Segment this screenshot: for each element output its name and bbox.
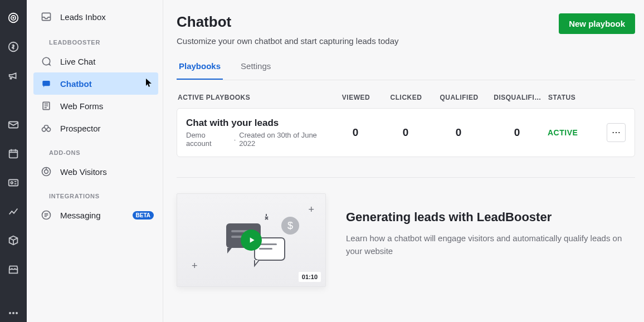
rail-item-campaign[interactable] [2,65,25,87]
main-content: Chatbot Customize your own chatbot and s… [163,0,644,322]
rail-item-target[interactable] [2,7,25,29]
tab-settings[interactable]: Settings [238,61,273,80]
app-rail [0,0,27,322]
plus-icon: + [192,260,198,272]
row-meta-separator: · [234,135,236,144]
sidebar-heading-addons: ADD-ONS [27,139,163,160]
sidebar-heading-leadbooster: LEADBOOSTER [27,28,163,50]
rail-item-deals[interactable] [2,36,25,58]
row-meta-created: Created on 30th of June 2022 [239,131,330,148]
svg-point-14 [45,170,48,174]
binoculars-icon [40,123,52,134]
radar-icon [40,166,52,177]
sidebar-item-messaging[interactable]: Messaging BETA [27,204,163,226]
row-disqualified: 0 [486,126,548,139]
sidebar-item-label: Messaging [60,211,101,220]
svg-point-2 [13,17,14,18]
row-viewed: 0 [330,126,380,139]
promo-text: Learn how a chatbot will engage visitors… [346,232,630,257]
sidebar-item-label: Chatbot [60,79,92,89]
page-subtitle: Customize your own chatbot and start cap… [177,36,399,46]
sidebar-item-label: Prospector [60,124,101,133]
plus-icon: + [308,204,314,216]
sidebar-item-label: Web Visitors [60,167,107,177]
sidebar-heading-integrations: INTEGRATIONS [27,183,163,204]
sidebar-item-live-chat[interactable]: Live Chat [27,50,163,72]
video-duration: 01:10 [299,272,321,282]
rail-item-mail[interactable] [2,114,25,136]
rail-more-icon[interactable] [9,312,18,322]
chat-bubble-icon [40,56,52,67]
th-status: STATUS [548,94,598,101]
svg-point-16 [613,132,614,133]
tabs: Playbooks Settings [177,61,635,80]
svg-rect-23 [259,243,277,245]
th-clicked: CLICKED [381,94,431,101]
promo-video-thumbnail[interactable]: $ + + 01:10 [177,193,326,287]
message-icon [40,209,52,221]
row-status: ACTIVE [548,128,598,137]
sidebar-item-prospector[interactable]: Prospector [27,117,163,139]
tab-playbooks[interactable]: Playbooks [177,61,223,80]
promo-title: Generating leads with LeadBooster [346,210,630,225]
table-header: ACTIVE PLAYBOOKS VIEWED CLICKED QUALIFIE… [177,80,635,108]
rail-item-insights[interactable] [2,201,25,223]
row-title: Chat with your leads [186,118,330,129]
beta-badge: BETA [133,211,154,219]
divider [177,177,635,178]
row-menu-button[interactable] [607,123,626,142]
new-playbook-button[interactable]: New playbook [559,13,635,34]
row-qualified: 0 [431,126,486,139]
dots-icon [612,131,621,134]
row-clicked: 0 [380,126,431,139]
th-qualified: QUALIFIED [431,94,487,101]
th-disqualified: DISQUALIFI… [487,94,548,101]
table-row[interactable]: Chat with your leads Demo account · Crea… [177,108,635,157]
sidebar-item-web-forms[interactable]: Web Forms [27,95,163,117]
th-viewed: VIEWED [331,94,381,101]
section-label: ACTIVE PLAYBOOKS [177,94,331,101]
rail-item-calendar[interactable] [2,143,25,165]
chatbot-icon [40,78,52,89]
svg-text:$: $ [287,220,293,231]
form-icon [40,100,52,111]
svg-rect-9 [42,81,50,86]
rail-item-marketplace[interactable] [2,258,25,281]
page-title: Chatbot [177,13,399,31]
rail-item-contacts[interactable] [2,172,25,194]
svg-point-7 [11,182,13,184]
row-meta: Demo account · Created on 30th of June 2… [186,131,330,148]
sidebar-item-leads-inbox[interactable]: Leads Inbox [27,6,163,28]
svg-point-12 [47,128,51,131]
svg-point-11 [42,128,46,131]
page-header: Chatbot Customize your own chatbot and s… [177,13,635,46]
sidebar-item-chatbot[interactable]: Chatbot [33,72,158,95]
sidebar-item-web-visitors[interactable]: Web Visitors [27,160,163,183]
rail-item-products[interactable] [2,230,25,252]
cursor-icon [146,79,153,87]
sidebar-item-label: Leads Inbox [60,12,106,22]
svg-point-18 [618,132,619,133]
play-icon [241,230,262,251]
sidebar: Leads Inbox LEADBOOSTER Live Chat Chatbo… [27,0,163,322]
svg-rect-5 [9,150,18,158]
sidebar-item-label: Web Forms [60,101,103,111]
svg-point-17 [616,132,617,133]
sidebar-item-label: Live Chat [60,57,95,66]
promo: $ + + 01:10 Generating leads with LeadBo… [177,193,635,287]
inbox-icon [40,11,52,22]
svg-rect-24 [259,248,272,250]
row-meta-account: Demo account [186,131,231,148]
